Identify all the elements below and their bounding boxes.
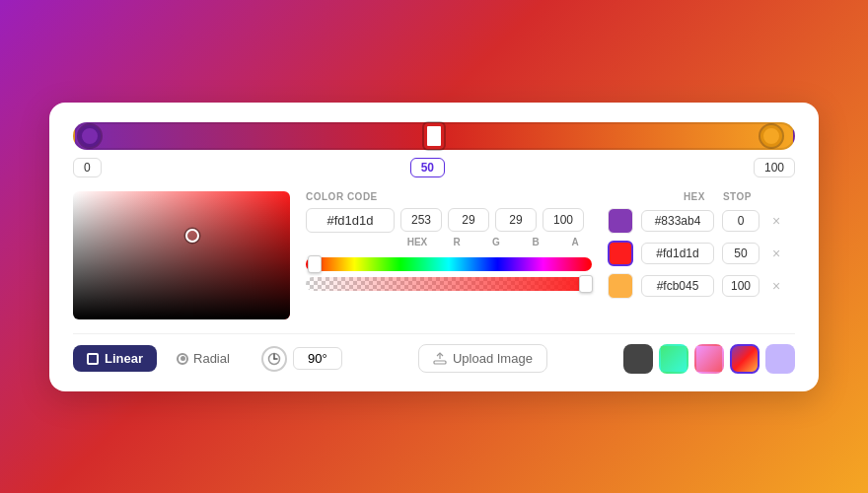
color-code-section: COLOR CODE HEX R G B A: [306, 191, 592, 291]
stop-pos-2[interactable]: [722, 275, 760, 297]
gradient-track[interactable]: [73, 122, 795, 150]
stops-header: HEX STOP: [608, 191, 795, 202]
stop-delete-2[interactable]: ×: [767, 277, 785, 295]
hex-label: HEX: [400, 237, 434, 247]
upload-label: Upload Image: [453, 351, 533, 366]
angle-icon[interactable]: [261, 346, 287, 372]
hex-input[interactable]: [306, 208, 395, 233]
gradient-thumb-left[interactable]: [79, 125, 101, 147]
g-input[interactable]: [448, 208, 489, 232]
rgba-labels: HEX R G B A: [306, 237, 592, 247]
color-stop-row: ×: [608, 273, 795, 299]
pos-label-right: 100: [754, 158, 795, 177]
upload-button[interactable]: Upload Image: [418, 344, 547, 373]
position-labels: 0 50 100: [73, 158, 795, 177]
stop-pos-1[interactable]: [722, 243, 760, 264]
pos-label-left: 0: [73, 158, 102, 177]
r-label: R: [440, 237, 473, 247]
b-label: B: [519, 237, 552, 247]
stop-swatch-0[interactable]: [608, 208, 633, 234]
preset-orange-red[interactable]: [730, 344, 760, 374]
stop-header: STOP: [723, 191, 752, 202]
gradient-type-group: Linear Radial: [73, 345, 342, 372]
gradient-thumb-mid[interactable]: [424, 123, 444, 149]
stop-delete-1[interactable]: ×: [767, 245, 785, 262]
alpha-slider[interactable]: [306, 277, 592, 291]
angle-input[interactable]: [293, 347, 342, 370]
color-stop-row: ×: [608, 208, 795, 234]
radial-icon: [177, 353, 188, 365]
stop-delete-0[interactable]: ×: [767, 212, 785, 230]
color-picker-area: [73, 191, 290, 319]
color-stop-row: ×: [608, 241, 795, 266]
radial-label: Radial: [193, 351, 230, 366]
stop-hex-0[interactable]: [641, 210, 714, 232]
canvas-handle[interactable]: [185, 229, 199, 243]
r-input[interactable]: [400, 208, 442, 232]
radial-button[interactable]: Radial: [163, 345, 244, 372]
color-code-label: COLOR CODE: [306, 191, 592, 202]
a-input[interactable]: [542, 208, 584, 232]
preset-teal[interactable]: [659, 344, 688, 374]
stop-swatch-1[interactable]: [608, 241, 633, 266]
canvas-dark: [73, 191, 290, 319]
color-stops-section: HEX STOP × ×: [608, 191, 795, 306]
stop-swatch-2[interactable]: [608, 273, 633, 299]
a-label: A: [558, 237, 592, 247]
gradient-thumb-right[interactable]: [760, 125, 782, 147]
gradient-slider-row: [73, 122, 795, 150]
color-code-row: [306, 208, 592, 233]
stop-pos-0[interactable]: [722, 210, 760, 232]
svg-rect-3: [434, 361, 446, 364]
linear-icon: [87, 353, 99, 365]
hue-thumb[interactable]: [308, 255, 322, 273]
linear-label: Linear: [105, 351, 143, 366]
upload-icon: [433, 352, 447, 366]
preset-lavender[interactable]: [765, 344, 795, 374]
color-canvas[interactable]: [73, 191, 290, 319]
alpha-overlay: [306, 277, 592, 291]
stop-hex-2[interactable]: [641, 275, 714, 297]
stop-hex-1[interactable]: [641, 243, 714, 264]
angle-svg: [267, 352, 281, 366]
linear-button[interactable]: Linear: [73, 345, 157, 372]
main-content: COLOR CODE HEX R G B A: [73, 191, 795, 319]
hex-header: HEX: [684, 191, 705, 202]
b-input[interactable]: [495, 208, 537, 232]
preset-dark[interactable]: [623, 344, 653, 374]
hue-slider[interactable]: [306, 257, 592, 271]
preset-pink[interactable]: [694, 344, 724, 374]
angle-group: [261, 346, 342, 372]
g-label: G: [479, 237, 513, 247]
pos-label-mid: 50: [410, 158, 445, 177]
main-panel: 0 50 100 COLOR CODE HEX R: [49, 103, 819, 391]
preset-swatches: [623, 344, 795, 374]
alpha-thumb[interactable]: [579, 275, 593, 293]
bottom-toolbar: Linear Radial: [73, 333, 795, 374]
